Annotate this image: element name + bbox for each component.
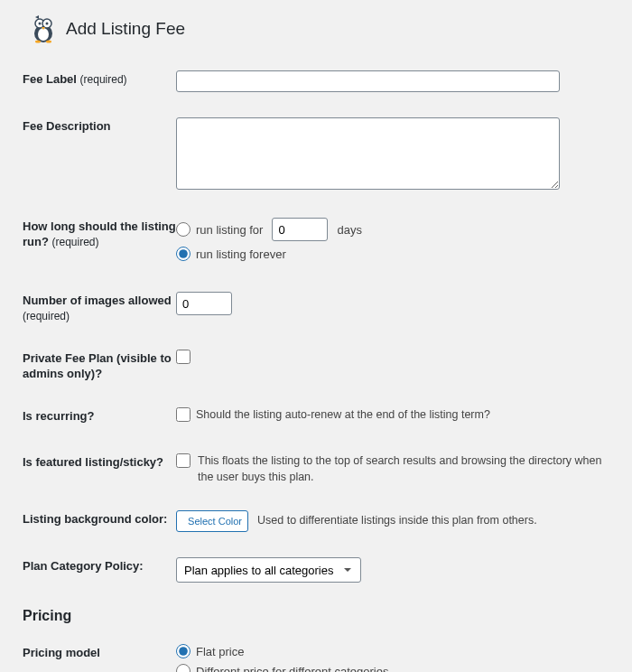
select-color-label: Select Color — [188, 516, 242, 527]
row-featured: Is featured listing/sticky? This floats … — [23, 453, 609, 485]
duration-forever-radio[interactable] — [176, 247, 191, 261]
featured-desc: This floats the listing to the top of se… — [198, 453, 609, 485]
label-pricing-model: Pricing model — [23, 644, 176, 661]
row-fee-description: Fee Description — [23, 117, 609, 192]
recurring-checkbox[interactable] — [176, 407, 191, 422]
label-fee-label: Fee Label (required) — [23, 70, 176, 88]
recurring-desc: Should the listing auto-renew at the end… — [196, 407, 490, 424]
fee-label-input[interactable] — [176, 70, 560, 92]
svg-point-1 — [38, 28, 49, 41]
page-title: Add Listing Fee — [66, 19, 185, 39]
policy-select[interactable]: Plan applies to all categories — [176, 557, 361, 583]
select-color-button[interactable]: Select Color — [176, 510, 248, 532]
row-bgcolor: Listing background color: Select Color U… — [23, 510, 609, 532]
row-pricing-model: Pricing model Flat price Different price… — [23, 644, 609, 672]
svg-point-7 — [46, 41, 51, 43]
label-policy: Plan Category Policy: — [23, 557, 176, 574]
row-private: Private Fee Plan (visible to admins only… — [23, 350, 609, 382]
page-header: Add Listing Fee — [30, 14, 609, 43]
svg-point-6 — [35, 41, 41, 43]
label-bgcolor: Listing background color: — [23, 510, 176, 527]
featured-checkbox[interactable] — [176, 453, 191, 468]
label-private: Private Fee Plan (visible to admins only… — [23, 350, 176, 382]
duration-days-input[interactable] — [272, 218, 328, 241]
row-recurring: Is recurring? Should the listing auto-re… — [23, 407, 609, 429]
svg-point-4 — [39, 23, 42, 25]
pricing-flat-label: Flat price — [196, 645, 244, 658]
row-duration: How long should the listing run? (requir… — [23, 218, 609, 266]
label-fee-description: Fee Description — [23, 117, 176, 135]
label-images: Number of images allowed (required) — [23, 292, 176, 324]
pricing-diff-label: Different price for different categories — [196, 665, 388, 672]
bgcolor-desc: Used to differentiate listings inside th… — [257, 513, 537, 529]
images-input[interactable] — [176, 292, 232, 315]
private-checkbox[interactable] — [176, 350, 191, 364]
duration-for-radio[interactable] — [176, 222, 191, 237]
row-fee-label: Fee Label (required) — [23, 70, 609, 92]
label-duration: How long should the listing run? (requir… — [23, 218, 176, 250]
duration-forever-label: run listing forever — [196, 247, 286, 261]
label-featured: Is featured listing/sticky? — [23, 453, 176, 471]
row-images: Number of images allowed (required) — [23, 292, 609, 324]
pricing-flat-radio[interactable] — [176, 644, 191, 658]
row-policy: Plan Category Policy: Plan applies to al… — [23, 557, 609, 583]
fee-description-textarea[interactable] — [176, 117, 560, 190]
duration-for-label: run listing for — [196, 223, 263, 237]
duration-days-suffix: days — [337, 223, 361, 237]
pricing-diff-radio[interactable] — [176, 664, 191, 672]
pricing-heading: Pricing — [23, 608, 609, 624]
svg-point-5 — [46, 23, 49, 25]
mascot-icon — [30, 14, 57, 43]
label-recurring: Is recurring? — [23, 407, 176, 425]
